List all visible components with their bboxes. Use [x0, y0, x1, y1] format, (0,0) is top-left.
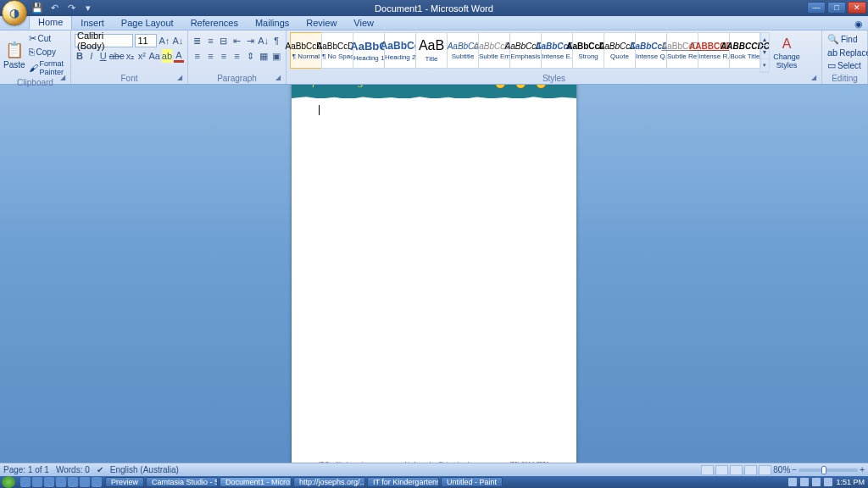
ql-icon[interactable]	[44, 477, 54, 487]
clock[interactable]: 1:51 PM	[836, 478, 865, 486]
tab-review[interactable]: Review	[298, 16, 345, 30]
gallery-scroll-btn[interactable]: ▾	[760, 59, 769, 72]
paste-button[interactable]: 📋 Paste	[3, 32, 25, 77]
help-icon[interactable]: ◉	[854, 19, 863, 30]
sort-icon[interactable]: A↓	[258, 34, 270, 47]
page-body[interactable]	[319, 105, 549, 441]
subscript-icon[interactable]: x₂	[125, 49, 136, 63]
style-tile[interactable]: AaBbCcDc¶ No Spaci...	[321, 32, 353, 69]
tray-icon[interactable]	[824, 478, 832, 486]
font-size-combo[interactable]: 11	[135, 34, 156, 47]
superscript-icon[interactable]: x²	[137, 49, 147, 63]
change-case-icon[interactable]: Aa	[148, 49, 159, 63]
copy-button[interactable]: ⎘Copy	[27, 46, 67, 58]
qat-customize-icon[interactable]: ▾	[81, 2, 95, 15]
style-tile[interactable]: AaBbCcDcEmphasis	[509, 32, 542, 69]
style-tile[interactable]: AaBbCcDcSubtle Ref...	[666, 32, 698, 69]
paragraph-launcher[interactable]: ◢	[275, 74, 284, 82]
zoom-thumb[interactable]	[821, 466, 826, 474]
align-left-icon[interactable]: ≡	[192, 49, 203, 63]
clipboard-launcher[interactable]: ◢	[60, 74, 69, 82]
minimize-button[interactable]: —	[807, 2, 826, 14]
style-tile[interactable]: AaBbCcDcSubtle Em...	[478, 32, 510, 69]
style-tile[interactable]: AABBCCDDIntense R...	[698, 32, 730, 69]
ql-icon[interactable]	[80, 477, 90, 487]
zoom-in-button[interactable]: +	[860, 465, 865, 474]
taskbar-item[interactable]: Document1 - Micro...	[220, 477, 292, 487]
redo-icon[interactable]: ↷	[64, 2, 78, 15]
tab-home[interactable]: Home	[29, 14, 72, 30]
proofing-icon[interactable]: ✔	[97, 465, 103, 474]
ql-icon[interactable]	[56, 477, 66, 487]
bullets-icon[interactable]: ≣	[192, 34, 203, 47]
style-tile[interactable]: AaBbCcDcStrong	[572, 32, 604, 69]
grow-font-icon[interactable]: A↑	[159, 34, 170, 47]
tray-icon[interactable]	[800, 478, 809, 486]
style-tile[interactable]: AaBbCcHeading 2	[384, 32, 416, 69]
shading-icon[interactable]: ▦	[258, 49, 270, 63]
status-page[interactable]: Page: 1 of 1	[3, 465, 49, 474]
style-tile[interactable]: AaBbCcDcIntense E...	[541, 32, 573, 69]
style-tile[interactable]: AaBbCcDc¶ Normal	[290, 32, 322, 69]
ql-icon[interactable]	[92, 477, 102, 487]
close-button[interactable]: ✕	[848, 2, 866, 14]
zoom-out-button[interactable]: −	[792, 465, 797, 474]
tray-icon[interactable]	[788, 478, 797, 486]
font-color-icon[interactable]: A	[174, 49, 184, 63]
strikethrough-icon[interactable]: abc	[110, 49, 124, 63]
gallery-scroll-btn[interactable]: ▲	[760, 33, 769, 46]
replace-button[interactable]: abReplace	[826, 47, 868, 58]
borders-icon[interactable]: ▣	[270, 49, 282, 63]
cut-button[interactable]: ✂Cut	[27, 32, 67, 45]
taskbar-item[interactable]: Camtasia Studio - S...	[146, 477, 218, 487]
style-tile[interactable]: AaBTitle	[415, 32, 448, 69]
view-outline[interactable]	[744, 465, 757, 475]
align-center-icon[interactable]: ≡	[205, 49, 217, 63]
styles-launcher[interactable]: ◢	[811, 74, 820, 82]
view-web-layout[interactable]	[730, 465, 743, 475]
underline-icon[interactable]: U	[98, 49, 108, 63]
show-marks-icon[interactable]: ¶	[270, 34, 282, 47]
font-launcher[interactable]: ◢	[177, 74, 186, 82]
find-button[interactable]: 🔍Find	[826, 33, 868, 46]
tab-view[interactable]: View	[345, 16, 382, 30]
start-button[interactable]	[2, 476, 15, 488]
taskbar-item[interactable]: Preview	[105, 477, 144, 487]
taskbar-item[interactable]: http://josephs.org/...	[293, 477, 365, 487]
tab-insert[interactable]: Insert	[72, 16, 113, 30]
style-tile[interactable]: AaBbCcDcQuote	[604, 32, 636, 69]
view-draft[interactable]	[759, 465, 771, 475]
maximize-button[interactable]: □	[827, 2, 846, 14]
align-right-icon[interactable]: ≡	[218, 49, 230, 63]
view-full-screen[interactable]	[715, 465, 728, 475]
change-styles-button[interactable]: AChangeStyles	[770, 32, 804, 73]
zoom-level[interactable]: 80%	[773, 465, 790, 474]
inc-indent-icon[interactable]: ⇥	[244, 34, 256, 47]
dec-indent-icon[interactable]: ⇤	[231, 34, 243, 47]
document-area[interactable]: IT for Kindergartens ✋ ✋ ✋ IT For Kinder…	[0, 85, 868, 463]
taskbar-item[interactable]: Untitled - Paint	[441, 477, 503, 487]
tab-page-layout[interactable]: Page Layout	[113, 16, 182, 30]
tab-mailings[interactable]: Mailings	[247, 16, 298, 30]
justify-icon[interactable]: ≡	[231, 49, 243, 63]
italic-icon[interactable]: I	[86, 49, 97, 63]
view-print-layout[interactable]	[701, 465, 714, 475]
status-language[interactable]: English (Australia)	[110, 465, 179, 474]
style-tile[interactable]: AaBbCcDcIntense Q...	[635, 32, 667, 69]
tab-references[interactable]: References	[182, 16, 247, 30]
tray-icon[interactable]	[812, 478, 821, 486]
ql-icon[interactable]	[20, 477, 31, 487]
office-button[interactable]: ◑	[2, 0, 27, 25]
bold-icon[interactable]: B	[75, 49, 85, 63]
highlight-icon[interactable]: ab	[162, 49, 172, 63]
undo-icon[interactable]: ↶	[47, 2, 61, 15]
ql-icon[interactable]	[68, 477, 78, 487]
page[interactable]: IT for Kindergartens ✋ ✋ ✋ IT For Kinder…	[292, 85, 576, 463]
line-spacing-icon[interactable]: ⇕	[244, 49, 256, 63]
style-tile[interactable]: AaBbCcSubtitle	[447, 32, 479, 69]
shrink-font-icon[interactable]: A↓	[172, 34, 184, 47]
multilevel-icon[interactable]: ⊟	[218, 34, 230, 47]
select-button[interactable]: ▭Select	[826, 59, 868, 72]
status-words[interactable]: Words: 0	[56, 465, 90, 474]
style-tile[interactable]: AABBCCDCBook Title	[729, 32, 761, 69]
